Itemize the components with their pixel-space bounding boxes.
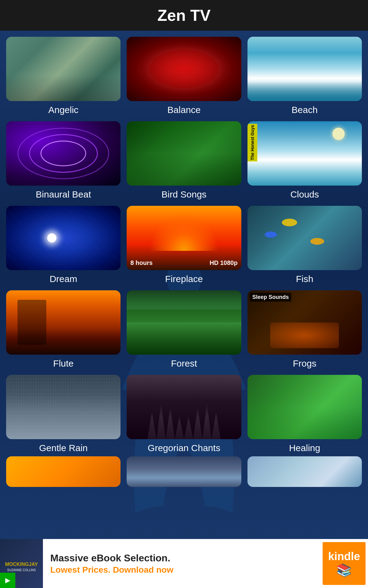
- thumbnail-dream: [6, 206, 121, 270]
- thumbnail-fish: [247, 206, 362, 270]
- grid-item-next2[interactable]: [127, 456, 241, 487]
- grid-item-angelic[interactable]: Angelic: [6, 37, 121, 115]
- label-frogs: Frogs: [293, 358, 316, 369]
- grid-item-forest[interactable]: Forest: [127, 290, 241, 369]
- label-forest: Forest: [171, 358, 197, 369]
- thumbnail-next1: [6, 456, 121, 487]
- grid-item-binaural[interactable]: Binaural Beat: [6, 121, 121, 200]
- grid-item-clouds[interactable]: The Honest Guys Clouds: [247, 121, 362, 200]
- grid-item-next3[interactable]: [247, 456, 362, 487]
- clouds-badge: The Honest Guys: [247, 124, 257, 161]
- ad-play-icon: ▶: [0, 573, 15, 588]
- ad-book-title: MOCKINGJAY: [5, 562, 38, 567]
- grid-item-birdsongs[interactable]: Bird Songs: [127, 121, 241, 200]
- label-dream: Dream: [50, 274, 77, 284]
- grid-item-gregorian[interactable]: Gregorian Chants: [127, 375, 241, 453]
- grid-item-fireplace[interactable]: 8 hours HD 1080p Fireplace: [127, 206, 241, 284]
- label-balance: Balance: [167, 105, 201, 115]
- thumbnail-clouds: The Honest Guys: [247, 121, 362, 186]
- grid-item-fish[interactable]: Fish: [247, 206, 362, 284]
- label-healing: Healing: [289, 443, 320, 453]
- thumbnail-flute: [6, 290, 121, 355]
- ad-sub-text-2: Download now: [113, 565, 174, 575]
- grid-item-balance[interactable]: Balance: [127, 37, 241, 115]
- thumbnail-frogs: Sleep Sounds: [247, 290, 362, 355]
- partial-row: [0, 456, 368, 487]
- label-birdsongs: Bird Songs: [162, 189, 207, 200]
- label-binaural: Binaural Beat: [36, 189, 91, 200]
- label-clouds: Clouds: [290, 189, 319, 200]
- ad-kindle[interactable]: kindle 📚: [323, 542, 366, 585]
- ad-sub-text-1: Lowest Prices.: [50, 565, 110, 575]
- thumbnail-birdsongs: [127, 121, 241, 186]
- grid-item-healing[interactable]: Healing: [247, 375, 362, 453]
- thumbnail-gentlerain: [6, 375, 121, 439]
- thumbnail-forest: [127, 290, 241, 355]
- thumbnail-beach: [247, 37, 362, 101]
- ad-sub-text: Lowest Prices. Download now: [50, 565, 315, 575]
- grid-item-beach[interactable]: Beach: [247, 37, 362, 115]
- ad-book-author: SUZANNE COLLINS: [7, 568, 36, 572]
- category-grid: Angelic Balance Beach Binaural Beat Bird…: [0, 31, 368, 456]
- label-fish: Fish: [296, 274, 313, 284]
- grid-item-gentlerain[interactable]: Gentle Rain: [6, 375, 121, 453]
- app-title: Zen TV: [157, 6, 210, 24]
- grid-item-frogs[interactable]: Sleep Sounds Frogs: [247, 290, 362, 369]
- ad-content: Massive eBook Selection. Lowest Prices. …: [43, 547, 323, 580]
- label-beach: Beach: [292, 105, 318, 115]
- ad-kindle-icon: 📚: [336, 563, 352, 577]
- ad-book-cover: ▶ MOCKINGJAY SUZANNE COLLINS: [0, 539, 43, 588]
- label-gregorian: Gregorian Chants: [148, 443, 220, 453]
- thumbnail-gregorian: [127, 375, 241, 439]
- thumbnail-next2: [127, 456, 241, 487]
- app-header: Zen TV: [0, 0, 368, 31]
- label-fireplace: Fireplace: [165, 274, 203, 284]
- grid-item-dream[interactable]: Dream: [6, 206, 121, 284]
- thumbnail-fireplace: 8 hours HD 1080p: [127, 206, 241, 270]
- thumbnail-healing: [247, 375, 362, 439]
- label-gentlerain: Gentle Rain: [39, 443, 87, 453]
- grid-item-flute[interactable]: Flute: [6, 290, 121, 369]
- thumbnail-balance: [127, 37, 241, 101]
- thumbnail-binaural: [6, 121, 121, 186]
- grid-item-next1[interactable]: [6, 456, 121, 487]
- ad-banner[interactable]: ▶ MOCKINGJAY SUZANNE COLLINS Massive eBo…: [0, 539, 368, 588]
- fireplace-hours: 8 hours: [130, 259, 152, 266]
- fireplace-quality: HD 1080p: [210, 259, 238, 266]
- ad-kindle-label: kindle: [328, 550, 360, 563]
- ad-main-text: Massive eBook Selection.: [50, 552, 315, 564]
- thumbnail-angelic: [6, 37, 121, 101]
- label-angelic: Angelic: [48, 105, 78, 115]
- label-flute: Flute: [53, 358, 74, 369]
- thumbnail-next3: [247, 456, 362, 487]
- frogs-sleep-badge: Sleep Sounds: [250, 293, 291, 302]
